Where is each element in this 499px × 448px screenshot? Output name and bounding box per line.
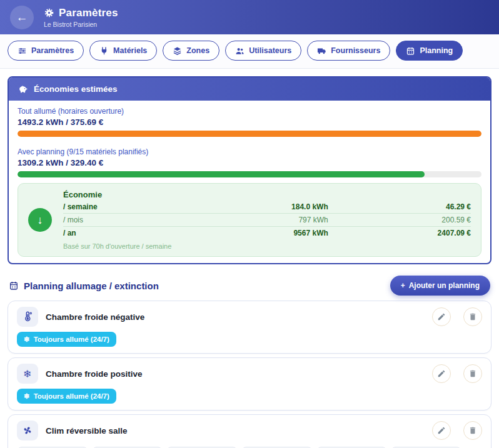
trash-icon bbox=[468, 369, 477, 378]
calendar-icon bbox=[9, 281, 19, 291]
header-text: Paramètres Le Bistrot Parisien bbox=[44, 7, 118, 28]
planning-section-title-wrap: Planning allumage / extinction bbox=[9, 281, 159, 291]
planning-card-chambre-froide-negative: Chambre froide négative ❄ Toujours allum… bbox=[8, 301, 491, 354]
economy-row-week: / semaine 184.0 kWh 46.29 € bbox=[63, 201, 471, 214]
tab-label: Paramètres bbox=[31, 46, 74, 55]
with-planning-progress-track bbox=[18, 171, 481, 177]
app-header: ← Paramètres Le Bistrot Parisien bbox=[0, 0, 499, 34]
with-planning-label: Avec planning (9/15 matériels planifiés) bbox=[18, 147, 481, 156]
delete-button[interactable] bbox=[463, 307, 482, 326]
snowflake-icon: ❄ bbox=[24, 335, 30, 344]
fan-icon bbox=[17, 421, 38, 441]
planning-card-clim-reversible-salle: Clim réversible salle Mar 12:00 → 14:30 … bbox=[8, 414, 491, 448]
delete-button[interactable] bbox=[463, 364, 482, 383]
truck-icon bbox=[317, 46, 326, 56]
economy-content: Économie / semaine 184.0 kWh 46.29 € / m… bbox=[63, 190, 471, 250]
tab-utilisateurs[interactable]: Utilisateurs bbox=[225, 41, 301, 61]
economy-euro: 2407.09 € bbox=[328, 229, 471, 237]
trash-icon bbox=[468, 312, 477, 321]
tab-zones[interactable]: Zones bbox=[163, 41, 219, 61]
calendar-icon bbox=[406, 46, 415, 56]
tab-label: Zones bbox=[186, 46, 209, 55]
piggy-bank-icon bbox=[18, 84, 28, 94]
economy-kwh: 797 kWh bbox=[186, 216, 328, 224]
pencil-icon bbox=[437, 369, 446, 378]
arrow-down-icon: ↓ bbox=[28, 208, 52, 232]
badge-label: Toujours allumé (24/7) bbox=[34, 336, 109, 343]
planning-item-name: Chambre froide négative bbox=[46, 312, 420, 322]
with-planning-progress-fill bbox=[18, 171, 425, 177]
planning-item-name: Chambre froide positive bbox=[46, 369, 420, 379]
page-subtitle: Le Bistrot Parisien bbox=[44, 21, 118, 28]
thermometer-icon bbox=[17, 307, 38, 327]
tab-bar: Paramètres Matériels Zones Utilisateurs … bbox=[0, 34, 499, 69]
economy-title: Économie bbox=[63, 190, 471, 199]
economy-row-month: / mois 797 kWh 200.59 € bbox=[63, 214, 471, 227]
with-planning-value: 1309.2 kWh / 329.40 € bbox=[18, 157, 481, 168]
planning-section-header: Planning allumage / extinction + Ajouter… bbox=[9, 276, 490, 296]
delete-button[interactable] bbox=[463, 421, 482, 440]
with-planning-group: Avec planning (9/15 matériels planifiés)… bbox=[18, 147, 481, 177]
edit-button[interactable] bbox=[432, 421, 451, 440]
estimated-savings-card: Économies estimées Tout allumé (horaires… bbox=[8, 76, 491, 264]
economy-euro: 46.29 € bbox=[328, 202, 471, 211]
edit-button[interactable] bbox=[432, 307, 451, 326]
savings-card-body: Tout allumé (horaires ouverture) 1493.2 … bbox=[9, 101, 490, 263]
economy-kwh: 184.0 kWh bbox=[186, 202, 328, 211]
users-icon bbox=[235, 46, 244, 56]
all-on-group: Tout allumé (horaires ouverture) 1493.2 … bbox=[18, 107, 481, 137]
add-planning-label: Ajouter un planning bbox=[409, 281, 480, 290]
all-on-progress-fill bbox=[18, 131, 481, 137]
always-on-badge: ❄ Toujours allumé (24/7) bbox=[17, 389, 116, 404]
planning-item-name: Clim réversible salle bbox=[46, 426, 420, 436]
layers-icon bbox=[173, 46, 182, 56]
add-planning-button[interactable]: + Ajouter un planning bbox=[390, 276, 490, 296]
pencil-icon bbox=[437, 312, 446, 321]
planning-card-chambre-froide-positive: ❄ Chambre froide positive ❄ Toujours all… bbox=[8, 357, 491, 411]
edit-button[interactable] bbox=[432, 364, 451, 383]
tab-parametres[interactable]: Paramètres bbox=[8, 41, 84, 61]
back-button[interactable]: ← bbox=[10, 6, 34, 29]
all-on-label: Tout allumé (horaires ouverture) bbox=[18, 107, 481, 116]
page-title: Paramètres bbox=[59, 7, 118, 19]
gear-icon bbox=[44, 7, 54, 18]
economy-footnote: Basé sur 70h d'ouverture / semaine bbox=[63, 242, 471, 250]
tab-fournisseurs[interactable]: Fournisseurs bbox=[307, 41, 390, 61]
all-on-value: 1493.2 kWh / 375.69 € bbox=[18, 117, 481, 127]
tab-planning[interactable]: Planning bbox=[396, 41, 463, 61]
sliders-icon bbox=[18, 46, 27, 56]
main-content: Économies estimées Tout allumé (horaires… bbox=[0, 69, 499, 448]
all-on-progress-track bbox=[18, 131, 481, 137]
savings-card-title: Économies estimées bbox=[34, 84, 118, 94]
plug-icon bbox=[99, 46, 109, 56]
planning-section-title: Planning allumage / extinction bbox=[24, 281, 159, 291]
economy-period: / mois bbox=[63, 216, 186, 224]
plus-icon: + bbox=[401, 281, 405, 290]
economy-row-year: / an 9567 kWh 2407.09 € bbox=[63, 227, 471, 239]
tab-materiels[interactable]: Matériels bbox=[89, 41, 157, 61]
tab-label: Planning bbox=[420, 46, 453, 55]
badge-label: Toujours allumé (24/7) bbox=[34, 392, 109, 400]
pencil-icon bbox=[437, 426, 446, 435]
tab-label: Utilisateurs bbox=[249, 46, 291, 55]
snowflake-icon: ❄ bbox=[24, 392, 30, 401]
always-on-badge: ❄ Toujours allumé (24/7) bbox=[17, 332, 116, 347]
trash-icon bbox=[468, 426, 477, 435]
economy-period: / semaine bbox=[63, 202, 186, 211]
snowflake-icon: ❄ bbox=[17, 364, 38, 384]
tab-label: Matériels bbox=[113, 46, 147, 55]
tab-label: Fournisseurs bbox=[331, 46, 380, 55]
economy-summary-box: ↓ Économie / semaine 184.0 kWh 46.29 € /… bbox=[18, 183, 481, 257]
economy-period: / an bbox=[63, 229, 186, 237]
economy-euro: 200.59 € bbox=[328, 216, 471, 224]
economy-kwh: 9567 kWh bbox=[186, 229, 328, 237]
savings-card-header: Économies estimées bbox=[9, 77, 490, 101]
